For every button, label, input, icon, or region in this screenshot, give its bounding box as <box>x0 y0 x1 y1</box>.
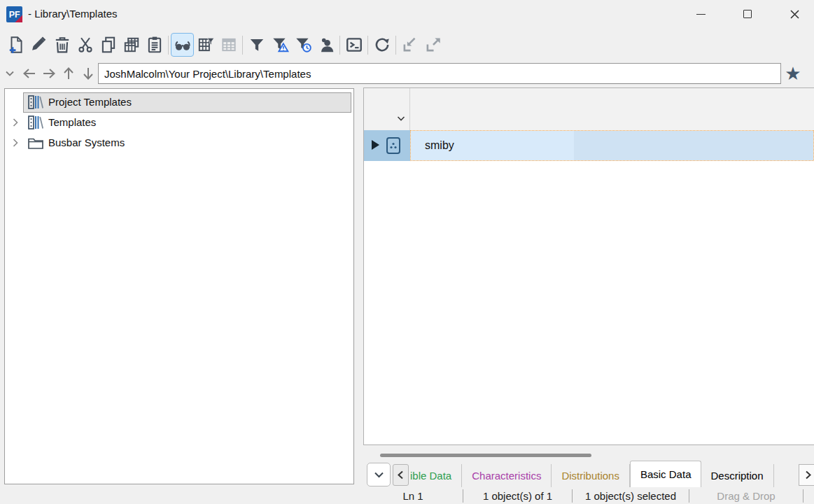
page-tabs: ible Data Characteristics Distributions … <box>409 461 774 487</box>
edit-pencil-icon <box>30 36 48 54</box>
path-input[interactable] <box>98 63 781 84</box>
horizontal-scrollbar-thumb[interactable] <box>380 454 591 457</box>
toolbar-separator <box>242 36 243 55</box>
svg-text:PF: PF <box>9 10 20 20</box>
toolbar-separator <box>367 36 368 55</box>
cut-button[interactable] <box>73 33 97 57</box>
copy-with-headers-button[interactable] <box>120 33 143 57</box>
close-button[interactable] <box>778 0 811 28</box>
binoculars-icon <box>174 36 192 54</box>
import-icon <box>401 36 419 54</box>
tab-list-button[interactable] <box>367 463 391 486</box>
row-selected-area: smiby <box>410 130 814 161</box>
paste-button[interactable] <box>143 33 166 57</box>
tab-characteristics[interactable]: Characteristics <box>462 464 552 487</box>
copy-button[interactable] <box>97 33 120 57</box>
tree-item-project-templates[interactable]: Project Templates <box>5 92 353 113</box>
toolbar <box>0 29 814 60</box>
table-filter-icon <box>197 36 215 54</box>
chevron-down-icon <box>3 67 16 80</box>
import-button[interactable] <box>398 33 421 57</box>
forward-button[interactable] <box>39 63 59 84</box>
grid-view-button[interactable] <box>217 33 240 57</box>
close-icon <box>790 9 800 20</box>
detail-mode-button[interactable] <box>171 33 194 57</box>
toolbar-separator <box>339 36 340 55</box>
tree-item-label: Templates <box>48 116 96 128</box>
favorites-button[interactable]: ★ <box>781 62 805 85</box>
back-button[interactable] <box>20 63 39 84</box>
minimize-button[interactable] <box>685 0 717 28</box>
tab-scroll-left-button[interactable] <box>393 464 409 486</box>
refresh-icon <box>373 36 391 54</box>
object-name: smiby <box>425 139 454 152</box>
up-button[interactable] <box>59 63 78 84</box>
data-manager-window: PF - Library\Templates <box>0 0 814 504</box>
address-bar: ★ <box>0 60 814 87</box>
status-selected-count: 1 object(s) selected <box>573 487 689 504</box>
edit-button[interactable] <box>27 33 50 57</box>
folder-icon <box>27 135 44 150</box>
tab-description[interactable]: Description <box>701 464 773 487</box>
window-title: - Library\Templates <box>28 8 118 20</box>
row-marker-icon <box>370 139 380 150</box>
chevron-down-icon <box>372 468 386 482</box>
funnel-warning-icon <box>271 36 289 54</box>
delete-button[interactable] <box>50 33 73 57</box>
refresh-button[interactable] <box>370 33 393 57</box>
new-object-icon <box>7 36 25 54</box>
tab-scroll-right-button[interactable] <box>799 464 814 486</box>
status-bar: Ln 1 1 object(s) of 1 1 object(s) select… <box>363 487 814 504</box>
filter-button[interactable] <box>245 33 268 57</box>
star-icon: ★ <box>785 64 801 83</box>
status-separator <box>803 489 804 503</box>
minimize-icon <box>696 14 706 15</box>
new-object-button[interactable] <box>4 33 27 57</box>
funnel-icon <box>248 36 266 54</box>
database-tree-panel: Project Templates Templates Busbar Syste… <box>4 88 354 484</box>
scissors-icon <box>76 36 94 54</box>
template-object-icon <box>386 136 401 155</box>
funnel-clock-icon <box>294 36 312 54</box>
address-dropdown-button[interactable] <box>0 63 20 84</box>
user-icon <box>317 36 335 54</box>
user-filter-button[interactable] <box>314 33 337 57</box>
export-icon <box>424 36 442 54</box>
name-cell[interactable]: smiby <box>411 131 574 160</box>
arrow-right-icon <box>41 66 57 81</box>
tree-item-label: Project Templates <box>48 96 132 108</box>
column-options-button[interactable] <box>393 111 409 126</box>
arrow-up-icon <box>61 66 76 81</box>
copy-icon <box>99 36 118 54</box>
maximize-icon <box>743 10 752 18</box>
command-console-button[interactable] <box>342 33 365 57</box>
title-bar: PF - Library\Templates <box>0 0 814 28</box>
tree-item-templates[interactable]: Templates <box>5 113 353 133</box>
tree-item-busbar-systems[interactable]: Busbar Systems <box>5 133 353 153</box>
chevron-right-icon[interactable] <box>10 138 20 148</box>
library-icon <box>27 94 44 110</box>
chevron-left-icon <box>396 470 405 479</box>
filter-time-button[interactable] <box>291 33 314 57</box>
toolbar-separator <box>395 36 396 55</box>
down-button[interactable] <box>78 63 98 84</box>
chevron-right-icon[interactable] <box>10 118 20 127</box>
row-remainder-cell[interactable] <box>574 131 813 160</box>
chevron-down-icon <box>395 113 407 124</box>
page-tab-bar: ible Data Characteristics Distributions … <box>363 461 814 487</box>
tab-flexible-data[interactable]: ible Data <box>409 464 462 487</box>
powerfactory-logo-icon: PF <box>6 6 22 22</box>
filter-warning-button[interactable] <box>268 33 291 57</box>
object-browser-panel: smiby <box>363 88 814 445</box>
tab-basic-data[interactable]: Basic Data <box>630 461 702 487</box>
browser-header <box>364 88 814 130</box>
table-filter-button[interactable] <box>194 33 217 57</box>
tab-distributions[interactable]: Distributions <box>552 464 630 487</box>
maximize-button[interactable] <box>731 0 764 28</box>
object-row-smiby[interactable]: smiby <box>364 130 814 161</box>
export-button[interactable] <box>421 33 444 57</box>
row-gutter-cell[interactable] <box>364 130 410 161</box>
arrow-down-icon <box>80 66 96 81</box>
paste-icon <box>146 36 164 54</box>
status-drag-drop: Drag & Drop <box>689 487 803 504</box>
